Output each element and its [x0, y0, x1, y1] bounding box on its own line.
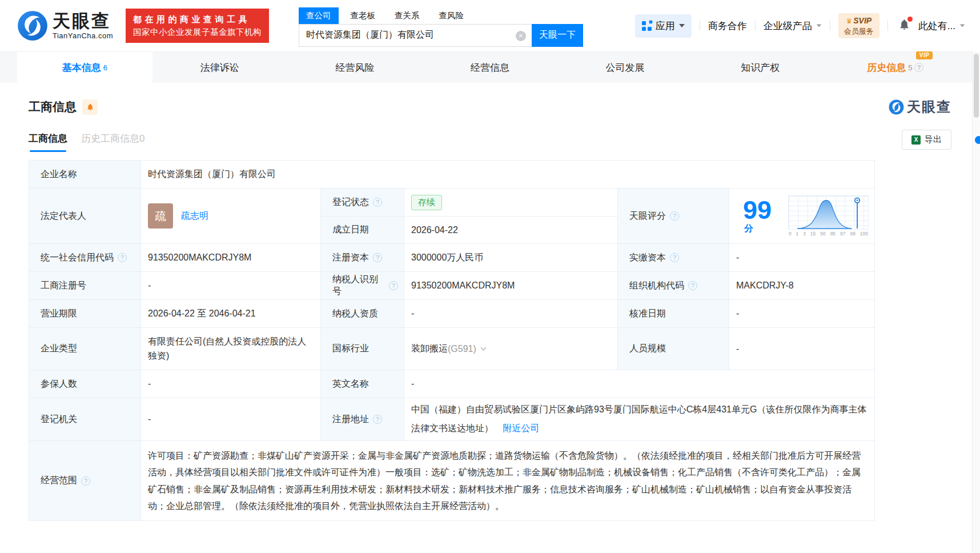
vip-badge: VIP [916, 51, 933, 59]
field-label: 核准日期 [618, 300, 729, 327]
chevron-down-icon [817, 24, 822, 27]
field-label: 实缴资本 [618, 244, 729, 271]
crown-icon: ♛ [846, 17, 852, 25]
tab-company-development[interactable]: 公司发展 [557, 52, 693, 83]
tab-history-info[interactable]: VIP 历史信息 5 [828, 52, 963, 83]
section-title: 工商信息 [29, 99, 77, 115]
search-tab-risk[interactable]: 查风险 [432, 7, 472, 24]
field-label: 注册地址 [321, 398, 404, 440]
notification-dot [907, 17, 913, 22]
slogan-line2: 国家中小企业发展子基金旗下机构 [133, 26, 262, 38]
business-term-value: 2026-04-22 至 2046-04-21 [141, 300, 320, 327]
company-detail-tabs: 基本信息6 法律诉讼 经营风险 经营信息 公司发展 知识产权 VIP 历史信息 … [0, 51, 980, 83]
field-label: 登记状态 [321, 189, 404, 216]
search-tabs: 查公司 查老板 查关系 查风险 [299, 9, 583, 24]
help-icon[interactable] [373, 253, 382, 262]
apps-grid-icon [642, 21, 652, 31]
export-button[interactable]: 导出 [902, 130, 951, 150]
search-tab-relation[interactable]: 查关系 [387, 7, 427, 24]
logo-brand-text: 天眼查 [53, 12, 113, 30]
field-label: 纳税人识别号 [321, 272, 404, 299]
tab-operating-risk[interactable]: 经营风险 [287, 52, 423, 83]
credit-code-value: 91350200MAKCDRJY8M [141, 244, 320, 271]
search-block: 查公司 查老板 查关系 查风险 天眼一下 [299, 9, 583, 47]
field-label: 英文名称 [321, 370, 404, 398]
logo-domain-text: TianYanCha.com [53, 31, 113, 40]
tab-intellectual-property[interactable]: 知识产权 [693, 52, 828, 83]
score-chart-ticks: 0131550859799100 [788, 231, 869, 237]
industry-value: 装卸搬运(G591) [404, 328, 617, 370]
nearby-companies-link[interactable]: 附近公司 [503, 423, 539, 433]
search-tab-company[interactable]: 查公司 [299, 7, 339, 24]
help-icon[interactable] [81, 476, 90, 486]
company-type-value: 有限责任公司(自然人投资或控股的法人独资) [141, 328, 320, 370]
search-input[interactable] [299, 25, 532, 46]
tab-operating-info[interactable]: 经营信息 [423, 52, 558, 83]
svip-label: SVIP [853, 16, 871, 25]
export-label: 导出 [925, 134, 942, 145]
search-button[interactable]: 天眼一下 [532, 24, 583, 47]
help-icon[interactable] [688, 281, 697, 290]
business-info-table: 企业名称 时代资源集团（厦门）有限公司 法定代表人 疏 疏志明 登记状态 存续 … [29, 160, 875, 521]
user-account-menu[interactable]: 此处有... [918, 19, 965, 33]
legal-rep-link[interactable]: 疏志明 [181, 210, 208, 222]
status-badge: 存续 [411, 195, 442, 210]
help-icon[interactable] [670, 253, 679, 262]
tianyancha-logo[interactable]: 天眼查 TianYanCha.com [17, 10, 113, 41]
apps-label: 应用 [656, 19, 675, 33]
help-icon[interactable] [118, 253, 127, 262]
help-icon[interactable] [914, 63, 923, 72]
svip-membership-button[interactable]: ♛SVIP 会员服务 [838, 13, 879, 38]
taxpayer-quality-value: - [404, 300, 617, 327]
legal-rep-avatar[interactable]: 疏 [148, 203, 173, 229]
scrollbar-thumb[interactable] [974, 54, 979, 118]
chevron-down-icon [679, 24, 685, 27]
notification-bell-button[interactable] [898, 18, 910, 33]
company-name-value: 时代资源集团（厦门）有限公司 [141, 161, 874, 188]
field-label: 纳税人资质 [321, 300, 404, 327]
nav-enterprise-products[interactable]: 企业级产品 [764, 19, 822, 33]
scrollbar-track[interactable] [972, 51, 980, 553]
tianyancha-score-cell[interactable]: 99分 0131550859799100 [729, 189, 874, 243]
staff-size-value: - [729, 328, 874, 370]
help-icon[interactable] [670, 211, 679, 221]
reg-number-value: - [141, 272, 320, 299]
divider [755, 21, 756, 31]
insured-value: - [141, 370, 320, 398]
tab-basic-info[interactable]: 基本信息6 [17, 52, 152, 83]
org-code-value: MAKCDRJY-8 [729, 272, 874, 299]
clear-search-icon[interactable] [516, 31, 526, 41]
excel-icon [911, 135, 921, 145]
help-icon[interactable] [389, 281, 398, 290]
subscribe-bell-button[interactable] [82, 99, 98, 115]
bell-icon [86, 103, 94, 111]
search-tab-boss[interactable]: 查老板 [343, 7, 383, 24]
taxpayer-id-value: 91350200MAKCDRJY8M [404, 272, 617, 299]
apps-menu-button[interactable]: 应用 [635, 14, 692, 38]
help-icon[interactable] [373, 415, 382, 424]
tianyancha-logo-icon [17, 10, 48, 41]
username: 此处有... [918, 19, 955, 33]
divider [887, 21, 888, 31]
industry-code: (G591) [448, 344, 476, 354]
subtab-business-info[interactable]: 工商信息 [29, 132, 67, 152]
nav-cooperation[interactable]: 商务合作 [708, 19, 747, 33]
reg-address-value: 中国（福建）自由贸易试验区厦门片区象屿路93号厦门国际航运中心C栋4层431单元… [411, 404, 866, 433]
help-icon[interactable] [373, 198, 382, 207]
field-label: 统一社会信用代码 [29, 244, 140, 271]
tab-legal-litigation[interactable]: 法律诉讼 [152, 52, 288, 83]
chevron-down-icon[interactable] [480, 345, 486, 351]
field-label: 经营范围 [29, 441, 140, 520]
business-scope-cell: 许可项目：矿产资源勘查；非煤矿山矿产资源开采；金属与非金属矿产资源地质勘探；道路… [141, 441, 874, 520]
brand-slogan-badge: 都在用的商业查询工具 国家中小企业发展子基金旗下机构 [126, 9, 269, 43]
field-label: 参保人数 [29, 370, 140, 398]
field-label: 法定代表人 [29, 189, 140, 243]
floating-widget-dot[interactable] [975, 136, 980, 144]
business-scope-value: 许可项目：矿产资源勘查；非煤矿山矿产资源开采；金属与非金属矿产资源地质勘探；道路… [148, 447, 869, 514]
field-label: 成立日期 [321, 217, 404, 243]
paid-capital-value: - [729, 244, 874, 271]
tab-count: 5 [908, 63, 912, 72]
subtab-history-business-info[interactable]: 历史工商信息0 [81, 132, 144, 152]
tab-label: 历史信息 [867, 61, 906, 74]
approval-date-value: - [729, 300, 874, 327]
